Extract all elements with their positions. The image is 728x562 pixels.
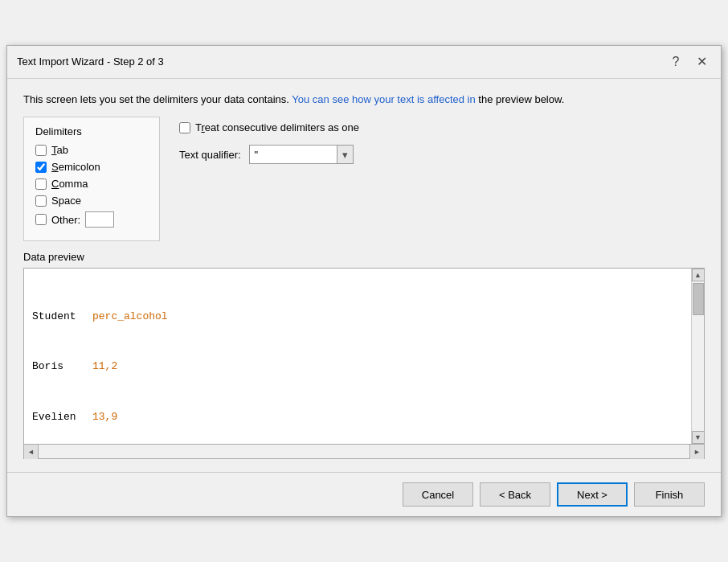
data-preview-section: Data preview Studentperc_alcohol Boris11… (23, 251, 705, 459)
delimiters-title: Delimiters (35, 125, 148, 137)
semicolon-row: Semicolon (35, 161, 148, 173)
dialog-footer: Cancel < Back Next > Finish (7, 472, 721, 516)
space-label[interactable]: Space (51, 195, 81, 207)
next-button[interactable]: Next > (557, 482, 628, 507)
other-label[interactable]: Other: (51, 214, 80, 226)
qualifier-row: Text qualifier: " ▾ (179, 145, 359, 164)
finish-button[interactable]: Finish (634, 482, 705, 507)
dialog-title: Text Import Wizard - Step 2 of 3 (17, 55, 164, 68)
preview-content: Studentperc_alcohol Boris11,2 Evelien13,… (24, 269, 691, 444)
description-text: This screen lets you set the delimiters … (23, 92, 705, 108)
scroll-left-arrow[interactable]: ◄ (24, 445, 39, 459)
back-button[interactable]: < Back (480, 482, 550, 507)
content-area: Delimiters Tab Semicolon Comma Space (23, 117, 705, 241)
treat-label[interactable]: Treat consecutive delimiters as one (195, 121, 359, 133)
tab-checkbox[interactable] (35, 145, 47, 156)
title-bar: Text Import Wizard - Step 2 of 3 ? ✕ (7, 46, 721, 79)
table-row: Studentperc_alcohol (32, 309, 683, 326)
table-row: Boris11,2 (32, 359, 683, 375)
description-part3: the preview below. (478, 93, 564, 105)
horizontal-scrollbar[interactable]: ◄ ► (23, 445, 705, 459)
tab-row: Tab (35, 144, 148, 156)
right-options: Treat consecutive delimiters as one Text… (179, 117, 359, 164)
tab-label[interactable]: Tab (51, 144, 68, 156)
vertical-scrollbar[interactable]: ▲ ▼ (691, 269, 704, 444)
close-button[interactable]: ✕ (692, 52, 711, 72)
table-row: Evelien13,9 (32, 409, 683, 426)
scroll-h-track (39, 445, 689, 458)
other-checkbox[interactable] (35, 214, 47, 225)
other-row: Other: (35, 211, 148, 228)
other-input[interactable] (85, 211, 114, 228)
treat-row: Treat consecutive delimiters as one (179, 121, 359, 133)
description-part1: This screen lets you set the delimiters … (23, 93, 292, 105)
scroll-right-arrow[interactable]: ► (689, 445, 704, 459)
semicolon-label[interactable]: Semicolon (51, 161, 100, 173)
cancel-button[interactable]: Cancel (403, 482, 473, 507)
space-row: Space (35, 195, 148, 207)
title-bar-controls: ? ✕ (666, 52, 711, 72)
preview-container: Studentperc_alcohol Boris11,2 Evelien13,… (23, 268, 705, 445)
comma-row: Comma (35, 178, 148, 190)
comma-label[interactable]: Comma (51, 178, 88, 190)
preview-title: Data preview (23, 251, 705, 263)
description-highlight: You can see how your text is affected in (292, 93, 475, 105)
dialog-body: This screen lets you set the delimiters … (7, 79, 721, 473)
dialog: Text Import Wizard - Step 2 of 3 ? ✕ Thi… (6, 45, 722, 518)
scroll-down-arrow[interactable]: ▼ (692, 431, 705, 444)
space-checkbox[interactable] (35, 195, 47, 207)
delimiters-group: Delimiters Tab Semicolon Comma Space (23, 117, 160, 241)
scroll-up-arrow[interactable]: ▲ (692, 269, 705, 281)
qualifier-label: Text qualifier: (179, 149, 241, 161)
scroll-thumb[interactable] (693, 283, 704, 315)
qualifier-dropdown-btn[interactable]: ▾ (337, 146, 353, 163)
help-button[interactable]: ? (666, 52, 685, 72)
comma-checkbox[interactable] (35, 178, 47, 190)
qualifier-select[interactable]: " ▾ (249, 145, 354, 164)
treat-checkbox[interactable] (179, 122, 190, 133)
semicolon-checkbox[interactable] (35, 162, 47, 173)
qualifier-value: " (250, 149, 337, 161)
